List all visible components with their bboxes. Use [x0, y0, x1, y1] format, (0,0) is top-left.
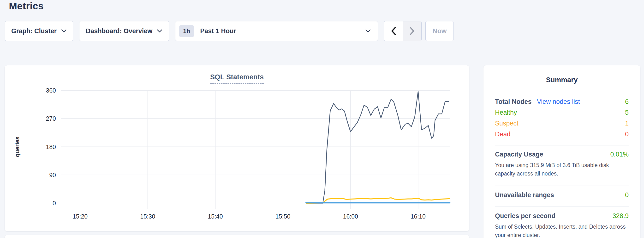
chevron-down-icon — [157, 29, 162, 33]
chevron-left-icon — [391, 27, 396, 35]
healthy-value: 5 — [625, 109, 629, 116]
divider — [495, 186, 629, 186]
unavailable-ranges-stat: Unavailable ranges 0 — [495, 191, 629, 201]
node-status-block: Total Nodes View nodes list 6 Healthy 5 … — [495, 96, 629, 140]
suspect-value: 1 — [625, 120, 629, 127]
unavailable-ranges-label: Unavailable ranges — [495, 191, 554, 199]
svg-text:360: 360 — [46, 87, 56, 94]
svg-text:0: 0 — [52, 200, 56, 206]
queries-per-second-stat: Queries per second 328.9 Sum of Selects,… — [495, 212, 629, 238]
graph-dropdown-label: Graph: Cluster — [11, 27, 57, 35]
svg-text:15:20: 15:20 — [73, 213, 88, 220]
next-time-button[interactable] — [403, 21, 422, 41]
svg-text:queries: queries — [14, 137, 20, 157]
unavailable-ranges-value: 0 — [625, 191, 629, 199]
healthy-nodes-row: Healthy 5 — [495, 107, 629, 118]
time-range-badge: 1h — [179, 25, 194, 37]
queries-per-second-description: Sum of Selects, Updates, Inserts, and De… — [495, 223, 629, 238]
queries-per-second-value: 328.9 — [612, 212, 629, 220]
capacity-usage-description: You are using 315.9 MiB of 3.6 TiB usabl… — [495, 161, 629, 178]
sql-statements-card: 09018027036015:2015:3015:4015:5016:0016:… — [5, 65, 469, 231]
time-range-selector[interactable]: 1h Past 1 Hour — [175, 21, 378, 41]
time-step-group — [384, 21, 422, 41]
divider — [495, 145, 629, 146]
capacity-usage-value: 0.01% — [610, 151, 629, 158]
time-range-label: Past 1 Hour — [200, 27, 236, 35]
total-nodes-label: Total Nodes — [495, 98, 532, 105]
svg-text:15:30: 15:30 — [140, 213, 155, 220]
dashboard-dropdown-label: Dashboard: Overview — [86, 27, 152, 35]
chevron-down-icon — [61, 29, 67, 33]
svg-text:180: 180 — [46, 144, 56, 150]
chevron-down-icon — [365, 29, 371, 33]
svg-text:16:10: 16:10 — [410, 213, 426, 220]
chevron-right-icon — [410, 27, 415, 35]
prev-time-button[interactable] — [384, 21, 403, 41]
divider — [495, 206, 629, 207]
summary-panel: Summary Total Nodes View nodes list 6 He… — [484, 65, 640, 238]
summary-title: Summary — [495, 65, 629, 84]
total-nodes-value: 6 — [625, 98, 629, 105]
sql-statements-chart: 09018027036015:2015:3015:4015:5016:0016:… — [5, 65, 469, 231]
capacity-usage-stat: Capacity Usage 0.01% You are using 315.9… — [495, 151, 629, 180]
svg-text:15:50: 15:50 — [276, 213, 290, 220]
svg-text:270: 270 — [46, 115, 56, 122]
svg-text:15:40: 15:40 — [208, 213, 223, 220]
next-chart-card — [5, 235, 469, 238]
page-title: Metrics — [9, 1, 44, 12]
total-nodes-row: Total Nodes View nodes list 6 — [495, 96, 629, 107]
view-nodes-list-link[interactable]: View nodes list — [537, 98, 580, 105]
dashboard-dropdown[interactable]: Dashboard: Overview — [79, 21, 169, 41]
svg-text:16:00: 16:00 — [343, 213, 358, 220]
graph-dropdown[interactable]: Graph: Cluster — [5, 21, 73, 41]
chart-title[interactable]: SQL Statements — [210, 73, 264, 84]
queries-per-second-label: Queries per second — [495, 212, 556, 220]
svg-text:90: 90 — [49, 172, 56, 178]
dead-label: Dead — [495, 131, 510, 138]
suspect-label: Suspect — [495, 120, 518, 127]
capacity-usage-label: Capacity Usage — [495, 151, 543, 158]
dead-value: 0 — [625, 131, 629, 138]
healthy-label: Healthy — [495, 109, 517, 116]
now-button[interactable]: Now — [426, 21, 454, 41]
dead-nodes-row: Dead 0 — [495, 129, 629, 140]
suspect-nodes-row: Suspect 1 — [495, 118, 629, 129]
